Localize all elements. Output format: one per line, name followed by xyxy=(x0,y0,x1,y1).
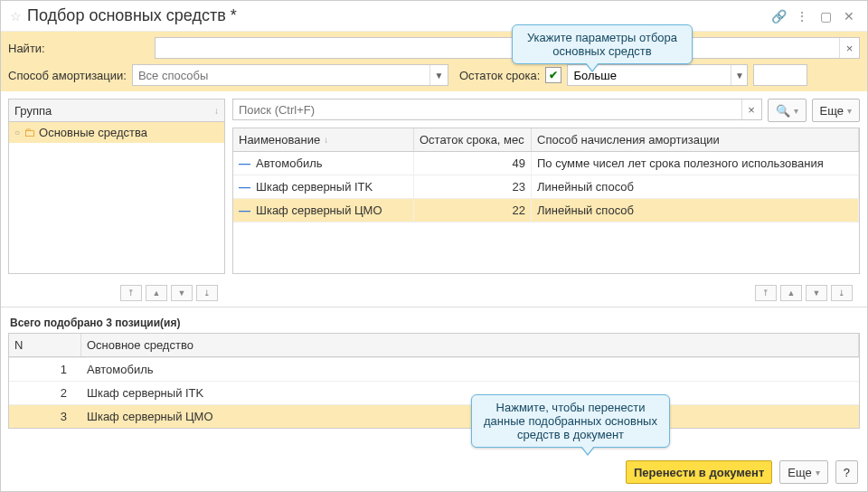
menu-icon[interactable]: ⋮ xyxy=(793,9,811,24)
hint-filter: Укажите параметры отбора основных средст… xyxy=(512,24,693,64)
asset-row[interactable]: —Шкаф серверный ITK23Линейный способ xyxy=(233,175,859,199)
filter-panel: Найти: × Способ амортизации: ▼ Остаток с… xyxy=(1,32,867,91)
maximize-icon[interactable]: ▢ xyxy=(816,9,835,24)
tree-body: ○ 🗀 Основные средства xyxy=(8,122,225,274)
help-button[interactable]: ? xyxy=(835,460,858,484)
close-icon[interactable]: ✕ xyxy=(840,9,858,24)
hint-transfer: Нажмите, чтобы перенести данные подобран… xyxy=(471,394,670,448)
sort-indicator-icon: ↓ xyxy=(214,106,219,116)
asset-row[interactable]: —Шкаф серверный ЦМО22Линейный способ xyxy=(233,199,859,222)
grid-nav-arrows: ⤒ ▲ ▼ ⤓ xyxy=(225,281,860,301)
link-icon[interactable]: 🔗 xyxy=(769,9,788,24)
tree-header[interactable]: Группа ↓ xyxy=(8,99,225,122)
clear-find-icon[interactable]: × xyxy=(839,38,859,58)
nav-up-icon[interactable]: ▲ xyxy=(780,285,802,301)
find-label: Найти: xyxy=(8,42,45,55)
magnifier-icon: 🔍 xyxy=(776,104,790,118)
find-input[interactable]: × xyxy=(155,37,860,59)
picked-summary: Всего подобрано 3 позиции(ия) xyxy=(1,313,867,333)
term-label: Остаток срока: xyxy=(459,69,540,82)
chevron-down-icon[interactable]: ▼ xyxy=(429,65,448,85)
footer: Перенести в документ Еще▾ ? xyxy=(1,453,867,491)
titlebar: ☆ Подбор основных средств * 🔗 ⋮ ▢ ✕ xyxy=(1,1,867,32)
picked-grid: N Основное средство 1Автомобиль2Шкаф сер… xyxy=(8,333,860,429)
nav-bottom-icon[interactable]: ⤓ xyxy=(831,285,853,301)
search-input[interactable]: × xyxy=(232,99,762,120)
picked-row[interactable]: 1Автомобиль xyxy=(9,357,859,381)
assets-grid: Наименование↓ Остаток срока, мес Способ … xyxy=(232,128,860,274)
transfer-button[interactable]: Перенести в документ xyxy=(626,460,772,484)
term-value-input[interactable] xyxy=(753,64,807,86)
clear-search-icon[interactable]: × xyxy=(741,99,761,119)
tree-item-fixed-assets[interactable]: ○ 🗀 Основные средства xyxy=(9,122,224,143)
more-button[interactable]: Еще▾ xyxy=(812,99,860,122)
favorite-star-icon[interactable]: ☆ xyxy=(10,9,22,24)
search-button[interactable]: 🔍 ▾ xyxy=(768,99,807,122)
depr-label: Способ амортизации: xyxy=(8,69,127,82)
col-method[interactable]: Способ начисления амортизации xyxy=(532,128,859,151)
chevron-down-icon[interactable]: ▼ xyxy=(731,65,747,85)
tree-item-label: Основные средства xyxy=(39,126,147,139)
term-checkbox[interactable]: ✔ xyxy=(545,67,561,83)
col-n[interactable]: N xyxy=(9,334,81,356)
nav-bottom-icon[interactable]: ⤓ xyxy=(196,285,218,301)
col-term[interactable]: Остаток срока, мес xyxy=(414,128,532,151)
depr-method-select[interactable]: ▼ xyxy=(132,64,448,86)
col-name[interactable]: Наименование↓ xyxy=(233,128,414,151)
nav-down-icon[interactable]: ▼ xyxy=(806,285,827,301)
tree-expand-icon[interactable]: ○ xyxy=(14,128,20,137)
asset-row[interactable]: —Автомобиль49По сумме чисел лет срока по… xyxy=(233,152,859,175)
picked-row[interactable]: 2Шкаф серверный ITK xyxy=(9,381,859,404)
nav-top-icon[interactable]: ⤒ xyxy=(755,285,777,301)
nav-down-icon[interactable]: ▼ xyxy=(171,285,193,301)
tree-nav-arrows: ⤒ ▲ ▼ ⤓ xyxy=(8,281,225,301)
col-picked-name[interactable]: Основное средство xyxy=(81,334,859,356)
window-title: Подбор основных средств * xyxy=(27,6,764,25)
folder-icon: 🗀 xyxy=(24,126,35,139)
footer-more-button[interactable]: Еще▾ xyxy=(779,460,827,484)
nav-up-icon[interactable]: ▲ xyxy=(146,285,167,301)
picked-row[interactable]: 3Шкаф серверный ЦМО xyxy=(9,404,859,428)
nav-top-icon[interactable]: ⤒ xyxy=(120,285,142,301)
list-toolbar: × 🔍 ▾ Еще▾ xyxy=(232,99,860,122)
